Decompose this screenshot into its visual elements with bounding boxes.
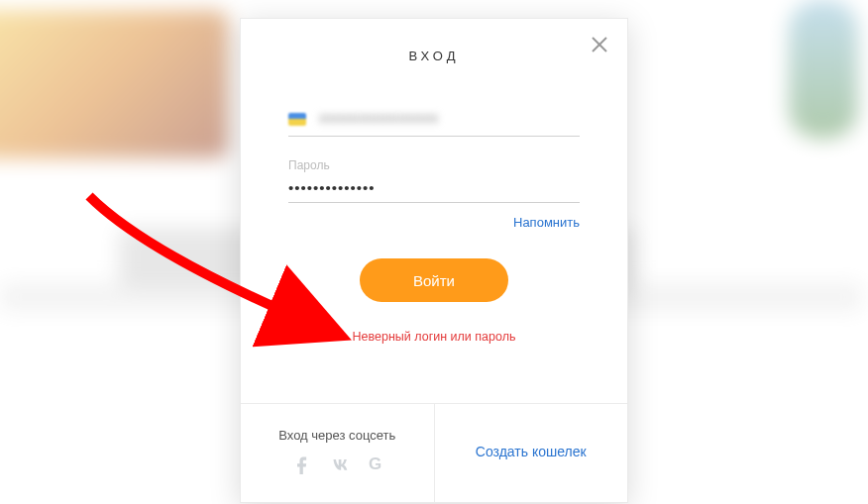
social-icons: G — [251, 454, 424, 474]
password-field-wrapper: Пароль — [288, 158, 580, 203]
close-icon[interactable] — [590, 35, 609, 54]
facebook-icon[interactable] — [292, 454, 312, 474]
login-value-masked: ●●●●●●●●●●●● — [319, 109, 439, 126]
create-wallet-link[interactable]: Создать кошелек — [476, 444, 587, 459]
login-field-wrapper: ●●●●●●●●●●●● — [288, 103, 580, 137]
login-form: ●●●●●●●●●●●● Пароль Напомнить Войти Неве… — [241, 71, 627, 373]
password-input[interactable] — [288, 173, 580, 203]
password-label: Пароль — [288, 158, 580, 172]
remind-link[interactable]: Напомнить — [513, 215, 580, 230]
login-button[interactable]: Войти — [360, 258, 508, 302]
create-wallet-section: Создать кошелек — [434, 404, 628, 502]
vk-icon[interactable] — [331, 454, 351, 474]
social-login-section: Вход через соцсеть G — [241, 404, 434, 502]
modal-title: ВХОД — [409, 49, 460, 63]
flag-icon — [288, 113, 306, 126]
login-modal: ВХОД ●●●●●●●●●●●● Пароль Напомнить Войти… — [240, 18, 628, 503]
remind-row: Напомнить — [288, 213, 580, 231]
login-input[interactable]: ●●●●●●●●●●●● — [288, 103, 580, 137]
social-title: Вход через соцсеть — [251, 428, 424, 443]
google-icon[interactable]: G — [369, 454, 381, 474]
modal-footer: Вход через соцсеть G Создать кошелек — [241, 403, 627, 502]
modal-header: ВХОД — [241, 19, 627, 71]
error-message: Неверный логин или пароль — [288, 330, 580, 344]
